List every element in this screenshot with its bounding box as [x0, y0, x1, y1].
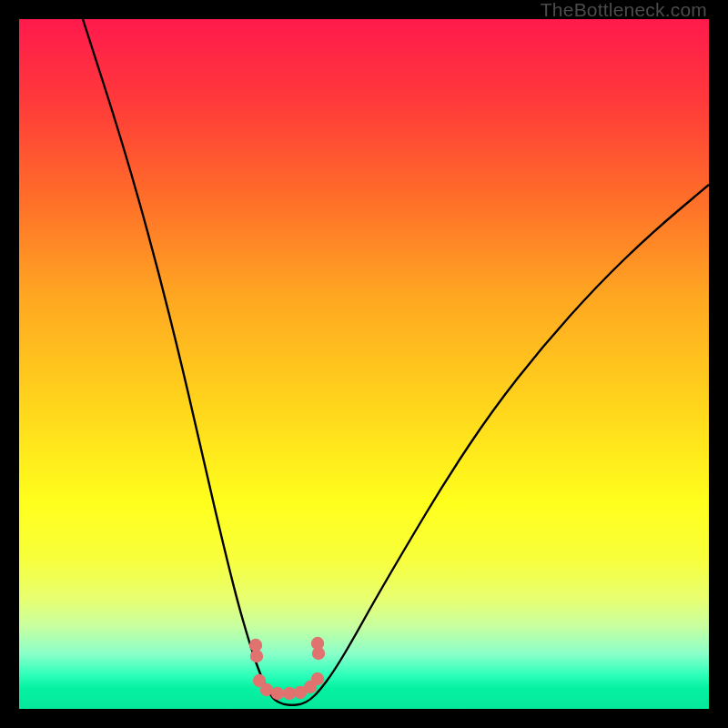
pink-dot [311, 672, 324, 685]
pink-dot [271, 687, 284, 700]
chart-svg [19, 19, 709, 709]
bottleneck-curve [83, 19, 709, 705]
plot-area [19, 19, 709, 709]
pink-dot [311, 637, 324, 650]
pink-dot [250, 650, 263, 662]
pink-dots-group [249, 637, 325, 700]
watermark-text: TheBottleneck.com [541, 0, 707, 21]
chart-frame: TheBottleneck.com [19, 0, 709, 709]
